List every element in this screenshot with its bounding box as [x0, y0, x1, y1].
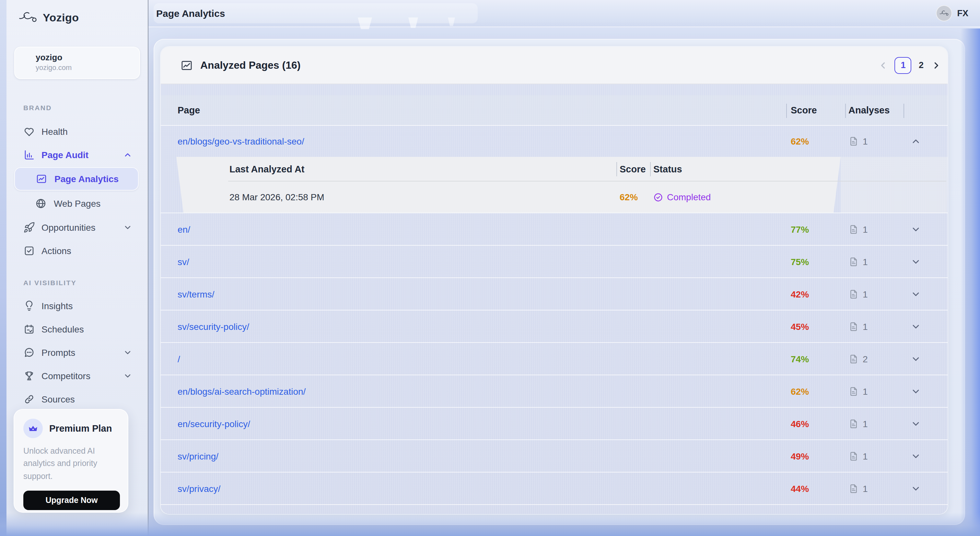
upgrade-now-button[interactable]: Upgrade Now: [23, 491, 120, 510]
sidebar-item-competitors[interactable]: Competitors: [6, 364, 148, 388]
analyses-cell: 1: [844, 289, 902, 299]
sidebar-item-health[interactable]: Health: [6, 120, 148, 143]
pagination-page-1[interactable]: 1: [895, 57, 912, 73]
section-label-ai-visibility: AI VISIBILITY: [23, 279, 76, 286]
analyses-cell: 1: [844, 224, 902, 234]
workspace-card[interactable]: yozigo yozigo.com: [14, 47, 140, 79]
check-square-icon: [23, 245, 35, 257]
sidebar-item-opportunities[interactable]: Opportunities: [6, 216, 148, 239]
table-row: en/77%1: [161, 213, 948, 245]
file-icon: [848, 353, 859, 364]
analyses-count: 1: [863, 418, 868, 429]
pagination-prev-icon[interactable]: [878, 60, 889, 70]
file-icon: [848, 418, 859, 429]
sidebar-item-schedules[interactable]: Schedules: [6, 318, 148, 341]
sidebar-item-sources[interactable]: Sources: [6, 388, 148, 411]
premium-plan-title: Premium Plan: [49, 423, 112, 434]
sidebar-item-label: Insights: [41, 301, 73, 311]
column-header-score: Score: [791, 105, 817, 115]
crown-icon: [23, 419, 43, 438]
sidebar-item-label: Opportunities: [41, 222, 95, 233]
page-link[interactable]: sv/security-policy/: [178, 321, 249, 331]
analyses-cell: 1: [844, 386, 902, 396]
app-name: Yozigo: [43, 12, 79, 25]
sidebar-item-label: Actions: [41, 246, 71, 256]
chevron-down-icon: [123, 223, 132, 232]
stork-logo-icon: [18, 10, 38, 26]
file-icon: [848, 136, 859, 146]
card-title: Analyzed Pages (16): [200, 59, 301, 71]
sidebar-item-label: Schedules: [41, 324, 84, 334]
analyses-count: 1: [863, 386, 868, 396]
sidebar-item-page-analytics[interactable]: Page Analytics: [14, 167, 139, 191]
file-icon: [848, 224, 859, 234]
detail-header-row: Last Analyzed At Score Status: [176, 157, 841, 181]
table-row: sv/75%1: [161, 245, 948, 277]
page-link[interactable]: en/: [178, 224, 190, 234]
sidebar-item-label: Health: [41, 126, 68, 137]
detail-score-value: 62%: [620, 192, 638, 202]
pagination-page-2[interactable]: 2: [918, 60, 925, 70]
sidebar-item-page-audit[interactable]: Page Audit: [6, 143, 148, 167]
message-bubble-icon: [23, 347, 35, 358]
column-divider: [845, 104, 846, 118]
table-row: sv/privacy/44%1: [161, 472, 948, 504]
analyses-cell: 1: [844, 321, 902, 331]
file-icon: [848, 321, 859, 331]
analyses-count: 1: [863, 224, 868, 234]
expand-row-button[interactable]: [911, 418, 921, 429]
expand-row-button[interactable]: [911, 321, 921, 331]
analyses-count: 1: [863, 483, 868, 493]
status-text: Completed: [667, 192, 711, 202]
page-link[interactable]: sv/pricing/: [178, 451, 218, 461]
score-value: 44%: [791, 483, 809, 493]
analyses-cell: 2: [844, 353, 902, 364]
sidebar-item-label: Sources: [41, 394, 75, 404]
expand-row-button[interactable]: [911, 386, 921, 396]
expand-row-button[interactable]: [911, 451, 921, 461]
table-row: sv/terms/42%1: [161, 277, 948, 310]
score-value: 77%: [791, 224, 809, 234]
rocket-icon: [23, 222, 35, 233]
expand-row-button[interactable]: [911, 483, 921, 493]
detail-column-score: Score: [620, 164, 646, 174]
analyses-count: 1: [863, 321, 868, 331]
sidebar-item-label: Web Pages: [54, 198, 100, 209]
premium-plan-card: Premium Plan Unlock advanced AI analytic…: [14, 409, 128, 513]
analyses-cell: 1: [844, 418, 902, 429]
table-row: en/blogs/geo-vs-traditional-seo/62%1: [161, 125, 948, 157]
expand-row-button[interactable]: [911, 256, 921, 267]
page-link[interactable]: sv/privacy/: [178, 483, 220, 493]
app-window: Yozigo yozigo yozigo.com BRAND Health Pa…: [0, 0, 980, 536]
expand-row-button[interactable]: [911, 289, 921, 299]
score-value: 62%: [791, 386, 809, 396]
expand-row-button[interactable]: [911, 224, 921, 234]
avatar[interactable]: [935, 5, 952, 21]
sidebar-item-actions[interactable]: Actions: [6, 239, 148, 262]
pagination-next-icon[interactable]: [931, 60, 941, 70]
page-link[interactable]: en/blogs/geo-vs-traditional-seo/: [178, 136, 304, 146]
pagination: 1 2: [878, 57, 941, 73]
expand-row-button[interactable]: [911, 353, 921, 364]
table-row: sv/security-policy/45%1: [161, 310, 948, 342]
sidebar-item-label: Page Audit: [41, 150, 89, 160]
sidebar-item-insights[interactable]: Insights: [6, 294, 148, 318]
page-link[interactable]: en/security-policy/: [178, 418, 250, 429]
sidebar-item-prompts[interactable]: Prompts: [6, 341, 148, 364]
page-link[interactable]: en/blogs/ai-search-optimization/: [178, 386, 305, 396]
row-detail-panel: Last Analyzed At Score Status 28 Mar 202…: [161, 157, 948, 213]
analyses-count: 2: [863, 353, 868, 364]
file-icon: [848, 451, 859, 461]
window-edge-left: [0, 0, 6, 536]
user-menu[interactable]: FX: [935, 0, 968, 27]
page-link[interactable]: /: [178, 353, 180, 364]
collapse-row-button[interactable]: [911, 136, 921, 146]
page-link[interactable]: sv/terms/: [178, 289, 215, 299]
brand-logo[interactable]: Yozigo: [18, 10, 79, 26]
page-link[interactable]: sv/: [178, 256, 189, 267]
analytics-chart-icon: [180, 59, 193, 72]
workspace-domain: yozigo.com: [36, 63, 133, 73]
column-header-analyses: Analyses: [848, 105, 889, 115]
sidebar-item-web-pages[interactable]: Web Pages: [14, 192, 139, 215]
column-divider: [650, 162, 651, 176]
